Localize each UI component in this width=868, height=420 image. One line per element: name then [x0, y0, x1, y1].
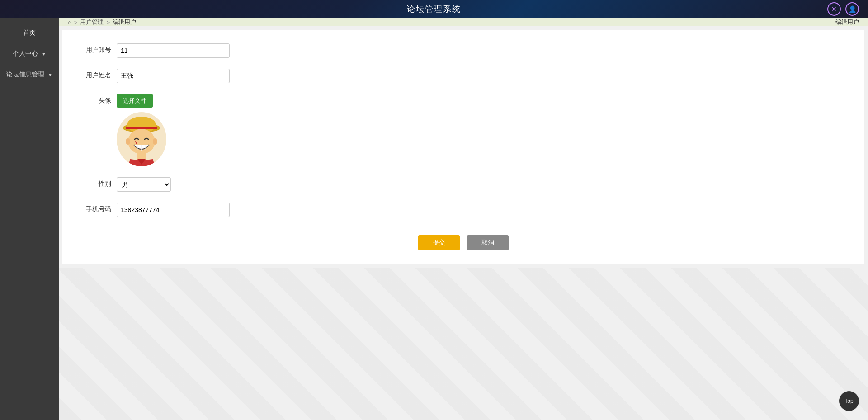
- chevron-down-icon: ▼: [42, 52, 46, 57]
- phone-input[interactable]: [117, 203, 230, 217]
- sidebar-item-forum[interactable]: 论坛信息管理 ▼: [0, 64, 59, 85]
- sidebar-personal-label: 个人中心: [13, 50, 38, 57]
- home-icon[interactable]: ⌂: [68, 19, 71, 26]
- cancel-button[interactable]: 取消: [467, 235, 509, 250]
- form-area: 用户账号 用户姓名 头像 选择文件: [62, 30, 864, 264]
- breadcrumb-parent: 用户管理: [80, 19, 104, 25]
- breadcrumb: ⌂ > 用户管理 > 编辑用户: [68, 18, 136, 26]
- user-icon-button[interactable]: 👤: [845, 2, 859, 16]
- form-buttons: 提交 取消: [80, 235, 846, 250]
- avatar-preview: [117, 112, 166, 166]
- breadcrumb-bar: ⌂ > 用户管理 > 编辑用户 编辑用户: [59, 18, 868, 26]
- account-label: 用户账号: [80, 43, 117, 54]
- username-row: 用户姓名: [80, 69, 846, 83]
- sidebar-home-label: 首页: [23, 29, 36, 36]
- avatar-image: [117, 112, 166, 166]
- close-icon: ✕: [831, 5, 837, 13]
- username-input[interactable]: [117, 69, 230, 83]
- phone-row: 手机号码: [80, 203, 846, 217]
- avatar-label: 头像: [80, 94, 117, 105]
- header: 论坛管理系统 ✕ 👤: [0, 0, 868, 18]
- main-content: ⌂ > 用户管理 > 编辑用户 编辑用户 用户账号 用户姓名: [59, 18, 868, 420]
- svg-point-8: [126, 138, 130, 145]
- sidebar-item-personal[interactable]: 个人中心 ▼: [0, 43, 59, 64]
- layout: 首页 个人中心 ▼ 论坛信息管理 ▼ ⌂ > 用户管理 > 编辑用户 编辑用户: [0, 18, 868, 420]
- account-input[interactable]: [117, 43, 230, 58]
- background-pattern: [59, 268, 868, 420]
- breadcrumb-current: 编辑用户: [113, 18, 136, 26]
- chevron-down-icon-forum: ▼: [48, 72, 52, 77]
- avatar-row: 头像 选择文件: [80, 94, 846, 166]
- sidebar: 首页 个人中心 ▼ 论坛信息管理 ▼: [0, 18, 59, 420]
- svg-rect-10: [137, 153, 146, 159]
- breadcrumb-sep-1: >: [74, 19, 78, 26]
- account-row: 用户账号: [80, 43, 846, 58]
- svg-point-9: [153, 138, 157, 145]
- gender-row: 性别 男 女: [80, 177, 846, 192]
- user-icon: 👤: [849, 5, 856, 13]
- choose-file-label: 选择文件: [123, 97, 146, 104]
- phone-label: 手机号码: [80, 203, 117, 213]
- avatar-section: 选择文件: [117, 94, 166, 166]
- header-icons: ✕ 👤: [827, 2, 859, 16]
- username-label: 用户姓名: [80, 69, 117, 80]
- top-button[interactable]: Top: [839, 391, 859, 411]
- breadcrumb-sep-2: >: [106, 19, 110, 26]
- header-title: 论坛管理系统: [407, 4, 461, 14]
- close-icon-button[interactable]: ✕: [827, 2, 841, 16]
- breadcrumb-parent-link[interactable]: 用户管理: [80, 18, 104, 26]
- gender-label: 性别: [80, 177, 117, 188]
- sidebar-forum-label: 论坛信息管理: [6, 71, 44, 78]
- top-label: Top: [844, 398, 853, 404]
- sidebar-item-home[interactable]: 首页: [0, 23, 59, 43]
- submit-button[interactable]: 提交: [418, 235, 460, 250]
- choose-file-button[interactable]: 选择文件: [117, 94, 153, 108]
- gender-select[interactable]: 男 女: [117, 177, 171, 192]
- page-title: 编辑用户: [835, 18, 859, 26]
